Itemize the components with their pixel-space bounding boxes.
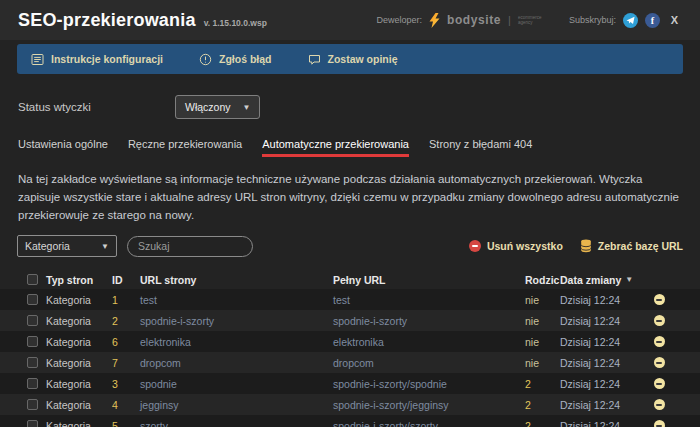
feedback-icon [308, 53, 321, 66]
cell-id: 7 [112, 357, 140, 369]
remove-row-icon[interactable] [654, 378, 665, 389]
cell-full-url[interactable]: elektronika [333, 336, 525, 348]
cell-actions [642, 336, 700, 347]
cell-type: Kategoria [46, 399, 112, 411]
cell-id: 5 [112, 420, 140, 427]
plugin-version: v. 1.15.10.0.wsp [204, 18, 267, 28]
remove-row-icon[interactable] [654, 294, 665, 305]
cell-type: Kategoria [46, 315, 112, 327]
cell-date: Dzisiaj 12:24 [560, 420, 642, 427]
row-checkbox[interactable] [27, 336, 38, 347]
instructions-button[interactable]: Instrukcje konfiguracji [31, 53, 163, 66]
bodysite-logo-icon [429, 13, 440, 28]
divider: | [508, 14, 511, 26]
cell-full-url[interactable]: dropcom [333, 357, 525, 369]
chevron-down-icon: ▼ [243, 103, 251, 112]
cell-actions [642, 378, 700, 389]
remove-row-icon[interactable] [654, 315, 665, 326]
cell-url[interactable]: test [140, 294, 333, 306]
cell-url[interactable]: elektronika [140, 336, 333, 348]
telegram-icon[interactable] [623, 13, 638, 28]
column-header-url: URL strony [140, 274, 333, 286]
cell-parent: nie [525, 336, 560, 348]
cell-full-url[interactable]: spodnie-i-szorty/jegginsy [333, 399, 525, 411]
remove-row-icon[interactable] [654, 420, 665, 427]
table-row: Kategoria 4 jegginsy spodnie-i-szorty/je… [0, 394, 700, 415]
cell-url[interactable]: jegginsy [140, 399, 333, 411]
cell-parent: 2 [525, 399, 560, 411]
cell-url[interactable]: szorty [140, 420, 333, 427]
remove-row-icon[interactable] [654, 336, 665, 347]
column-header-type: Typ stron [46, 274, 112, 286]
cell-parent: 2 [525, 378, 560, 390]
cell-full-url[interactable]: test [333, 294, 525, 306]
help-toolbar: Instrukcje konfiguracji Zgłoś błąd Zosta… [17, 44, 683, 74]
column-header-date-sort[interactable]: Data zmiany ▼ [560, 274, 642, 286]
cell-parent: nie [525, 294, 560, 306]
column-header-full-url: Pełny URL [333, 274, 525, 286]
cell-type: Kategoria [46, 336, 112, 348]
search-input[interactable] [127, 236, 253, 257]
delete-all-button[interactable]: Usuń wszystko [469, 240, 563, 252]
x-twitter-icon[interactable]: X [667, 13, 682, 28]
cell-url[interactable]: spodnie-i-szorty [140, 315, 333, 327]
remove-row-icon[interactable] [654, 357, 665, 368]
tab-404-pages[interactable]: Strony z błędami 404 [429, 138, 532, 157]
column-header-date: Data zmiany [560, 274, 621, 286]
database-icon [580, 239, 592, 253]
developer-name[interactable]: bodysite [447, 13, 501, 27]
cell-type: Kategoria [46, 357, 112, 369]
cell-actions [642, 399, 700, 410]
tab-manual-redirects[interactable]: Ręczne przekierowania [128, 138, 242, 157]
plugin-status-value: Włączony [185, 101, 231, 113]
cell-date: Dzisiaj 12:24 [560, 399, 642, 411]
instructions-label: Instrukcje konfiguracji [51, 53, 163, 65]
row-checkbox[interactable] [27, 357, 38, 368]
column-header-parent: Rodzic [525, 274, 560, 286]
top-bar: SEO-przekierowania v. 1.15.10.0.wsp Dewe… [0, 0, 700, 40]
cell-date: Dzisiaj 12:24 [560, 315, 642, 327]
report-bug-button[interactable]: Zgłoś błąd [199, 53, 272, 66]
tab-description: Na tej zakładce wyświetlane są informacj… [18, 170, 682, 224]
cell-date: Dzisiaj 12:24 [560, 378, 642, 390]
table-row: Kategoria 5 szorty spodnie-i-szorty/szor… [0, 415, 700, 427]
select-all-checkbox[interactable] [27, 274, 38, 285]
facebook-icon[interactable]: f [645, 13, 660, 28]
row-checkbox[interactable] [27, 294, 38, 305]
subscribe-label: Subskrybuj: [569, 15, 616, 25]
cell-full-url[interactable]: spodnie-i-szorty/spodnie [333, 378, 525, 390]
chevron-down-icon: ▼ [101, 242, 109, 251]
cell-id: 4 [112, 399, 140, 411]
row-checkbox[interactable] [27, 420, 38, 427]
minus-circle-icon [469, 240, 481, 252]
table-header-row: Typ stron ID URL strony Pełny URL Rodzic… [0, 271, 700, 288]
cell-url[interactable]: spodnie [140, 378, 333, 390]
feedback-button[interactable]: Zostaw opinię [308, 53, 398, 66]
collect-url-base-button[interactable]: Zebrać bazę URL [580, 239, 683, 253]
row-checkbox[interactable] [27, 315, 38, 326]
table-row: Kategoria 7 dropcom dropcom nie Dzisiaj … [0, 352, 700, 373]
remove-row-icon[interactable] [654, 399, 665, 410]
cell-actions [642, 357, 700, 368]
cell-actions [642, 420, 700, 427]
page-title: SEO-przekierowania [18, 10, 196, 31]
top-bar-right: Deweloper: bodysite | ecommerce agency S… [376, 13, 682, 28]
row-checkbox[interactable] [27, 378, 38, 389]
cell-date: Dzisiaj 12:24 [560, 294, 642, 306]
table-row: Kategoria 3 spodnie spodnie-i-szorty/spo… [0, 373, 700, 394]
cell-full-url[interactable]: spodnie-i-szorty/szorty [333, 420, 525, 427]
plugin-status-row: Status wtyczki Włączony ▼ [0, 95, 700, 119]
cell-type: Kategoria [46, 420, 112, 427]
cell-id: 1 [112, 294, 140, 306]
tab-general-settings[interactable]: Ustawienia ogólne [18, 138, 108, 157]
cell-actions [642, 315, 700, 326]
report-bug-label: Zgłoś błąd [219, 53, 272, 65]
cell-actions [642, 294, 700, 305]
cell-full-url[interactable]: spodnie-i-szorty [333, 315, 525, 327]
redirects-table: Typ stron ID URL strony Pełny URL Rodzic… [0, 271, 700, 427]
tab-automatic-redirects[interactable]: Automatyczne przekierowania [262, 138, 409, 157]
row-checkbox[interactable] [27, 399, 38, 410]
category-filter-dropdown[interactable]: Kategoria ▼ [17, 235, 117, 257]
cell-url[interactable]: dropcom [140, 357, 333, 369]
plugin-status-dropdown[interactable]: Włączony ▼ [175, 95, 260, 119]
